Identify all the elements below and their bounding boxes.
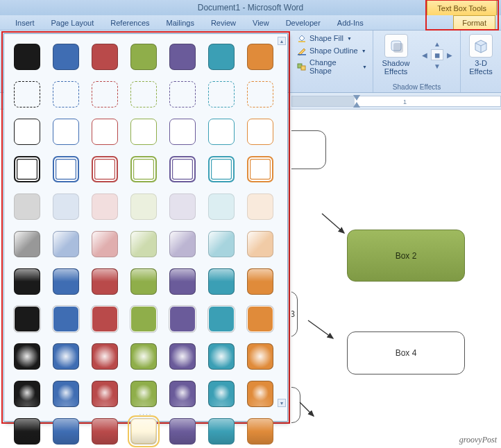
style-swatch[interactable] (208, 343, 235, 370)
style-swatch[interactable] (169, 343, 196, 370)
style-swatch[interactable] (247, 156, 273, 182)
hanging-indent-marker[interactable] (353, 102, 360, 107)
style-swatch[interactable] (169, 268, 196, 295)
style-swatch[interactable] (92, 81, 118, 107)
style-swatch[interactable] (208, 81, 235, 107)
style-swatch[interactable] (53, 231, 79, 257)
style-swatch[interactable] (14, 193, 40, 220)
style-swatch[interactable] (130, 119, 157, 145)
style-swatch[interactable] (247, 193, 273, 220)
tab-page-layout[interactable]: Page Layout (43, 16, 103, 30)
style-swatch[interactable] (92, 381, 118, 407)
style-swatch[interactable] (208, 306, 235, 332)
shape-outline-button[interactable]: Shape Outline ▼ (296, 45, 368, 56)
horizontal-ruler[interactable]: 1 (291, 96, 501, 107)
shape-fill-button[interactable]: Shape Fill ▼ (296, 33, 368, 44)
style-swatch[interactable] (53, 44, 79, 70)
style-swatch[interactable] (208, 44, 235, 70)
style-swatch[interactable] (130, 268, 157, 295)
style-swatch[interactable] (92, 156, 118, 182)
style-swatch[interactable] (130, 81, 157, 107)
style-swatch[interactable] (130, 193, 157, 220)
nudge-up-button[interactable]: ▲ (431, 38, 443, 49)
style-swatch[interactable] (169, 231, 196, 257)
style-swatch[interactable] (208, 193, 235, 220)
style-swatch[interactable] (53, 268, 79, 295)
style-swatch[interactable] (14, 81, 40, 107)
style-swatch[interactable] (247, 81, 273, 107)
style-swatch[interactable] (169, 119, 196, 145)
change-shape-button[interactable]: Change Shape ▼ (296, 58, 368, 76)
style-swatch[interactable] (130, 306, 157, 332)
style-swatch[interactable] (208, 381, 235, 407)
style-swatch[interactable] (169, 193, 196, 220)
style-swatch[interactable] (247, 119, 273, 145)
tab-format[interactable]: Format (453, 15, 495, 31)
style-swatch[interactable] (92, 268, 118, 295)
style-swatch[interactable] (14, 119, 40, 145)
tab-review[interactable]: Review (203, 16, 244, 30)
flowchart-box-4[interactable]: Box 4 (347, 331, 465, 374)
style-swatch[interactable] (169, 81, 196, 107)
style-swatch[interactable] (169, 381, 196, 407)
style-swatch[interactable] (53, 156, 79, 182)
scroll-down-button[interactable]: ▾ (278, 399, 286, 407)
style-swatch[interactable] (14, 343, 40, 370)
style-swatch[interactable] (14, 268, 40, 295)
style-swatch[interactable] (247, 381, 273, 407)
style-swatch[interactable] (92, 306, 118, 332)
style-swatch[interactable] (130, 381, 157, 407)
style-swatch[interactable] (169, 418, 196, 445)
style-swatch[interactable] (130, 231, 157, 257)
style-swatch[interactable] (247, 44, 273, 70)
tab-insert[interactable]: Insert (7, 16, 43, 30)
style-swatch[interactable] (247, 306, 273, 332)
style-swatch[interactable] (14, 231, 40, 257)
style-swatch[interactable] (247, 268, 273, 295)
style-swatch[interactable] (247, 418, 273, 445)
tab-references[interactable]: References (102, 16, 158, 30)
flowchart-box[interactable] (291, 130, 326, 169)
resize-handle[interactable]: ···· (139, 411, 152, 418)
tab-mailings[interactable]: Mailings (158, 16, 203, 30)
style-swatch[interactable] (92, 231, 118, 257)
style-swatch[interactable] (53, 306, 79, 332)
style-swatch[interactable] (130, 44, 157, 70)
style-swatch[interactable] (130, 418, 157, 445)
style-swatch[interactable] (92, 418, 118, 445)
flowchart-box-2[interactable]: Box 2 (347, 230, 465, 282)
shadow-effects-button[interactable]: Shadow Effects (377, 33, 414, 77)
style-swatch[interactable] (53, 381, 79, 407)
style-swatch[interactable] (14, 306, 40, 332)
style-swatch[interactable] (130, 156, 157, 182)
style-swatch[interactable] (208, 119, 235, 145)
style-swatch[interactable] (53, 418, 79, 445)
document-canvas[interactable]: Box 2 3 Box 4 (291, 110, 501, 448)
scroll-up-button[interactable]: ▴ (278, 37, 286, 45)
style-swatch[interactable] (169, 44, 196, 70)
tab-developer[interactable]: Developer (278, 16, 329, 30)
style-swatch[interactable] (14, 156, 40, 182)
style-swatch[interactable] (53, 119, 79, 145)
style-swatch[interactable] (14, 381, 40, 407)
style-swatch[interactable] (92, 44, 118, 70)
flowchart-box-3[interactable]: 3 (291, 291, 298, 337)
tab-add-ins[interactable]: Add-Ins (329, 16, 372, 30)
style-swatch[interactable] (92, 193, 118, 220)
style-swatch[interactable] (92, 119, 118, 145)
style-swatch[interactable] (92, 343, 118, 370)
style-swatch[interactable] (14, 418, 40, 445)
style-swatch[interactable] (208, 268, 235, 295)
nudge-down-button[interactable]: ▼ (431, 60, 443, 71)
style-swatch[interactable] (130, 343, 157, 370)
style-swatch[interactable] (208, 231, 235, 257)
nudge-center-button[interactable]: ◼ (431, 49, 443, 60)
style-swatch[interactable] (53, 343, 79, 370)
nudge-left-button[interactable]: ◀ (418, 49, 431, 60)
style-swatch[interactable] (247, 343, 273, 370)
style-swatch[interactable] (169, 306, 196, 332)
style-swatch[interactable] (208, 418, 235, 445)
style-swatch[interactable] (247, 231, 273, 257)
nudge-right-button[interactable]: ▶ (443, 49, 456, 60)
style-swatch[interactable] (208, 156, 235, 182)
